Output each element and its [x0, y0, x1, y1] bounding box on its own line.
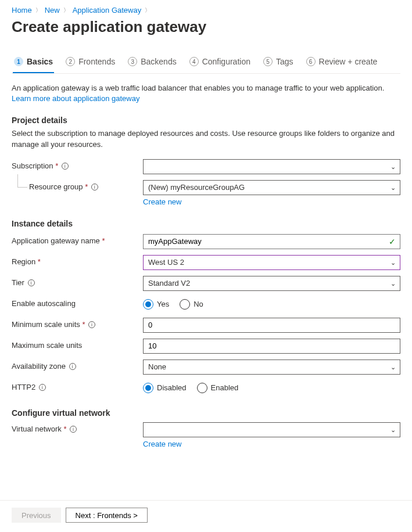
- section-vnet-title: Configure virtual network: [12, 408, 400, 418]
- tab-basics[interactable]: 1 Basics: [13, 53, 54, 73]
- info-icon[interactable]: i: [88, 321, 95, 328]
- breadcrumb-home[interactable]: Home: [12, 6, 32, 15]
- http2-disabled-radio[interactable]: Disabled: [143, 383, 187, 393]
- min-scale-input[interactable]: [143, 318, 400, 333]
- create-new-rg-link[interactable]: Create new: [143, 197, 181, 206]
- radio-icon: [143, 299, 153, 310]
- region-select[interactable]: West US 2: [143, 255, 400, 270]
- page-title: Create application gateway: [12, 18, 400, 36]
- tab-number: 3: [128, 57, 137, 66]
- autoscale-no-radio[interactable]: No: [180, 299, 203, 310]
- wizard-footer: Previous Next : Frontends >: [0, 500, 412, 523]
- subscription-label: Subscription * i: [12, 159, 143, 170]
- resource-group-label: Resource group * i: [29, 180, 143, 191]
- tab-review-create[interactable]: 6 Review + create: [305, 53, 379, 73]
- section-instance-title: Instance details: [12, 219, 400, 228]
- tab-backends[interactable]: 3 Backends: [127, 53, 177, 73]
- previous-button: Previous: [12, 508, 61, 523]
- tab-number: 2: [66, 57, 75, 66]
- breadcrumb-appgateway[interactable]: Application Gateway: [73, 6, 142, 15]
- breadcrumb: Home 〉 New 〉 Application Gateway 〉: [12, 6, 400, 15]
- http2-enabled-radio[interactable]: Enabled: [197, 383, 239, 393]
- check-icon: ✓: [389, 237, 396, 246]
- section-project-desc: Select the subscription to manage deploy…: [12, 128, 400, 149]
- page-description: An application gateway is a web traffic …: [12, 83, 400, 104]
- breadcrumb-new[interactable]: New: [45, 6, 60, 15]
- max-scale-label: Maximum scale units: [12, 339, 143, 350]
- tab-number: 1: [14, 57, 23, 66]
- info-icon[interactable]: i: [70, 426, 77, 433]
- tab-label: Backends: [141, 57, 176, 66]
- vnet-select[interactable]: [143, 422, 400, 437]
- appgw-name-input[interactable]: [143, 234, 400, 249]
- learn-more-link[interactable]: Learn more about application gateway: [12, 94, 139, 103]
- http2-radio-group: Disabled Enabled: [143, 380, 400, 396]
- chevron-right-icon: 〉: [63, 6, 69, 15]
- tab-number: 4: [189, 57, 199, 66]
- info-icon[interactable]: i: [28, 279, 35, 286]
- tab-label: Configuration: [202, 57, 250, 66]
- chevron-right-icon: 〉: [35, 6, 41, 15]
- tab-label: Tags: [276, 57, 293, 66]
- create-new-vnet-link[interactable]: Create new: [143, 440, 181, 448]
- autoscale-yes-radio[interactable]: Yes: [143, 299, 169, 310]
- radio-icon: [197, 383, 207, 393]
- availability-zone-select[interactable]: None: [143, 360, 400, 375]
- wizard-tabs: 1 Basics 2 Frontends 3 Backends 4 Config…: [12, 53, 400, 74]
- availability-zone-label: Availability zone i: [12, 360, 143, 371]
- max-scale-input[interactable]: [143, 339, 400, 354]
- info-icon[interactable]: i: [39, 384, 46, 391]
- vnet-label: Virtual network * i: [12, 422, 143, 433]
- tab-label: Frontends: [78, 57, 115, 66]
- section-project-title: Project details: [12, 116, 400, 125]
- tab-tags[interactable]: 5 Tags: [262, 53, 295, 73]
- tab-frontends[interactable]: 2 Frontends: [65, 53, 116, 73]
- http2-label: HTTP2 i: [12, 380, 143, 391]
- autoscale-label: Enable autoscaling: [12, 297, 143, 308]
- tab-label: Basics: [27, 57, 53, 66]
- subscription-select[interactable]: [143, 159, 400, 174]
- tab-label: Review + create: [319, 57, 378, 66]
- radio-icon: [180, 299, 190, 310]
- tier-select[interactable]: Standard V2: [143, 276, 400, 291]
- appgw-name-label: Application gateway name *: [12, 234, 143, 245]
- min-scale-label: Minimum scale units * i: [12, 318, 143, 329]
- info-icon[interactable]: i: [91, 184, 98, 190]
- tab-number: 5: [263, 57, 273, 66]
- info-icon[interactable]: i: [62, 163, 69, 170]
- next-button[interactable]: Next : Frontends >: [66, 508, 148, 523]
- tier-label: Tier i: [12, 276, 143, 287]
- radio-icon: [143, 383, 153, 393]
- chevron-right-icon: 〉: [145, 6, 151, 15]
- autoscale-radio-group: Yes No: [143, 297, 400, 312]
- info-icon[interactable]: i: [69, 363, 76, 370]
- region-label: Region *: [12, 255, 143, 266]
- tab-configuration[interactable]: 4 Configuration: [188, 53, 252, 73]
- resource-group-select[interactable]: (New) myResourceGroupAG: [143, 180, 400, 195]
- tab-number: 6: [306, 57, 316, 66]
